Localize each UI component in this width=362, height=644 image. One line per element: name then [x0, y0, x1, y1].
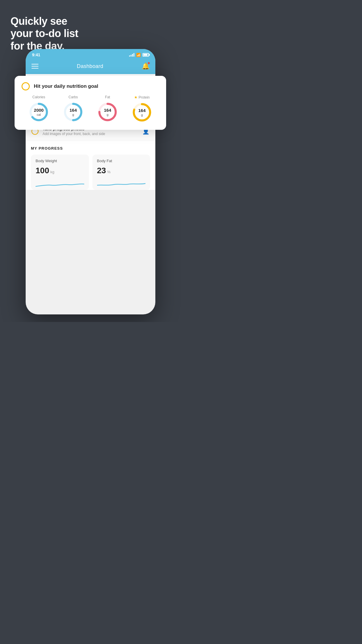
my-progress-header: MY PROGRESS — [31, 146, 150, 150]
nutrition-item-protein: ★ Protein 164 g — [131, 95, 152, 123]
hero-line2: your to-do list — [10, 27, 78, 39]
signal-icon — [129, 53, 134, 57]
app-header: Dashboard 🔔 — [26, 60, 155, 74]
protein-label: Protein — [138, 95, 150, 99]
battery-icon — [143, 53, 149, 57]
progress-cards: Body Weight 100 kg Body Fat 23 % — [31, 155, 150, 190]
body-weight-card[interactable]: Body Weight 100 kg — [31, 155, 89, 190]
body-fat-card[interactable]: Body Fat 23 % — [92, 155, 150, 190]
nutrition-card-circle — [22, 82, 30, 90]
nutrition-item-fat: Fat 164 g — [97, 95, 118, 123]
fat-unit: g — [104, 113, 111, 116]
body-weight-value-row: 100 kg — [36, 166, 84, 175]
protein-donut: 164 g — [131, 102, 152, 123]
todo-subtitle-photos: Add images of your front, back, and side — [43, 132, 138, 136]
header-title: Dashboard — [77, 63, 103, 69]
protein-unit: g — [138, 113, 145, 116]
notification-button[interactable]: 🔔 — [142, 62, 150, 70]
body-weight-chart — [36, 178, 84, 189]
protein-value: 164 — [138, 108, 145, 113]
carbs-unit: g — [69, 113, 77, 116]
status-bar: 9:41 📶 — [26, 49, 155, 60]
calories-label: Calories — [32, 95, 45, 99]
body-fat-value: 23 — [97, 166, 106, 175]
body-fat-title: Body Fat — [97, 159, 146, 163]
body-fat-unit: % — [107, 170, 111, 174]
fat-donut: 164 g — [97, 102, 118, 123]
nutrition-item-calories: Calories 2000 cal — [28, 95, 49, 123]
protein-label-row: ★ Protein — [134, 95, 150, 99]
nutrition-card: Hit your daily nutrition goal Calories 2… — [15, 76, 166, 130]
calories-unit: cal — [34, 113, 43, 116]
carbs-value: 164 — [69, 108, 77, 113]
nutrition-card-title: Hit your daily nutrition goal — [34, 83, 98, 89]
my-progress-section: MY PROGRESS Body Weight 100 kg Body Fat — [26, 140, 155, 190]
hero-text: Quickly see your to-do list for the day. — [10, 15, 78, 52]
nutrition-circles: Calories 2000 cal Carbs — [22, 95, 159, 123]
menu-button[interactable] — [31, 64, 38, 69]
body-fat-chart — [97, 178, 146, 189]
nutrition-item-carbs: Carbs 164 g — [63, 95, 84, 123]
protein-star-icon: ★ — [134, 95, 138, 99]
wifi-icon: 📶 — [136, 53, 141, 57]
notification-dot — [147, 62, 150, 64]
calories-value: 2000 — [34, 108, 43, 113]
fat-value: 164 — [104, 108, 111, 113]
body-weight-title: Body Weight — [36, 159, 84, 163]
status-time: 9:41 — [32, 52, 40, 57]
body-weight-value: 100 — [36, 166, 49, 175]
body-fat-value-row: 23 % — [97, 166, 146, 175]
fat-label: Fat — [105, 95, 110, 99]
hero-line1: Quickly see — [10, 15, 67, 27]
body-weight-unit: kg — [50, 170, 55, 174]
status-icons: 📶 — [129, 53, 149, 57]
calories-donut: 2000 cal — [28, 102, 49, 123]
carbs-label: Carbs — [68, 95, 78, 99]
carbs-donut: 164 g — [63, 102, 84, 123]
nutrition-card-title-row: Hit your daily nutrition goal — [22, 82, 159, 90]
